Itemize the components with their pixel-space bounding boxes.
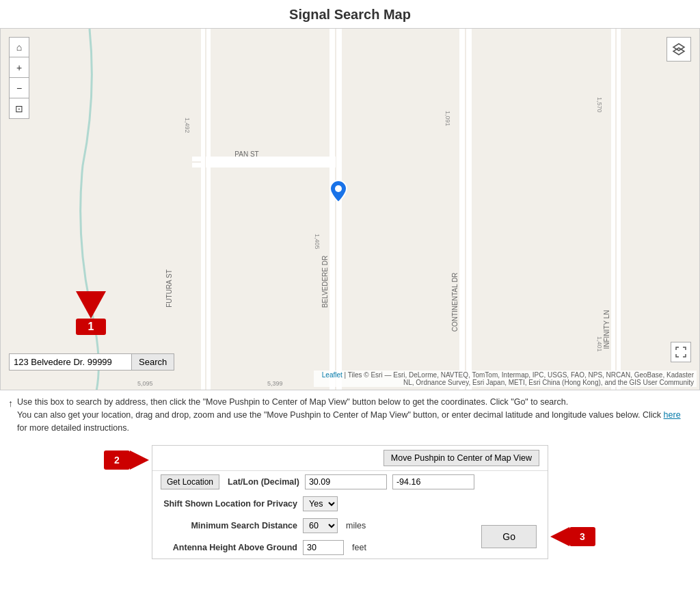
map-pin [329,179,348,204]
privacy-select[interactable]: Yes No [303,496,338,511]
longitude-input[interactable] [392,474,474,489]
svg-text:1,570: 1,570 [596,97,603,113]
svg-text:INFINITY LN: INFINITY LN [603,310,610,349]
arrow-indicator-3: 3 [550,527,595,546]
min-distance-go-row: Minimum Search Distance 30 60 90 120 mil… [152,515,548,559]
antenna-row: Antenna Height Above Ground feet [152,537,470,559]
info-section: ↑ Use this box to search by address, the… [0,390,700,438]
svg-marker-23 [673,48,684,55]
arrow-badge-1: 1 [76,319,106,335]
form-section: 2 Move Pushpin to Center of Map View Get… [0,438,700,573]
map-attribution: Leaflet | Tiles © Esri — Esri, DeLorme, … [314,371,697,387]
map-background: 1,091 1,570 1,401 1,492 1,405 PAN ST FUT… [1,29,699,390]
page-title: Signal Search Map [0,0,700,28]
latitude-input[interactable] [305,474,387,489]
arrow-indicator-1: 1 [76,291,106,335]
info-text-1: Use this box to search by address, then … [17,397,568,407]
antenna-unit: feet [352,543,366,552]
info-text-2: You can also get your location, drag and… [17,410,664,420]
info-text: Use this box to search by address, then … [17,396,692,434]
select-button[interactable]: ⊡ [9,98,29,119]
svg-text:BELVEDERE DR: BELVEDERE DR [321,256,329,308]
map-svg: 1,091 1,570 1,401 1,492 1,405 PAN ST FUT… [1,29,699,390]
instructions-link[interactable]: here [664,410,681,420]
leaflet-link[interactable]: Leaflet [322,371,342,379]
lat-lon-label: Lat/Lon (Decimal) [228,477,299,487]
fullscreen-icon [675,347,686,358]
svg-marker-22 [673,44,684,51]
go-section: Go 3 [470,520,548,554]
go-button[interactable]: Go [481,525,537,548]
antenna-input[interactable] [303,540,344,555]
min-distance-label: Minimum Search Distance [161,521,297,530]
fullscreen-button[interactable] [671,342,691,362]
svg-point-24 [335,185,342,192]
privacy-label: Shift Shown Location for Privacy [161,499,297,509]
info-text-3: for more detailed instructions. [17,423,129,433]
zoom-in-button[interactable]: + [9,57,29,78]
map-container: 1,091 1,570 1,401 1,492 1,405 PAN ST FUT… [0,28,700,390]
zoom-out-button[interactable]: − [9,78,29,98]
min-distance-select[interactable]: 30 60 90 120 [303,518,338,533]
arrow-badge-2: 2 [104,450,130,470]
form-box: Move Pushpin to Center of Map View Get L… [152,445,548,559]
antenna-label: Antenna Height Above Ground [161,543,297,552]
svg-text:1,091: 1,091 [444,111,451,126]
min-distance-section: Minimum Search Distance 30 60 90 120 mil… [152,515,470,559]
svg-text:PAN ST: PAN ST [234,150,258,158]
get-location-button[interactable]: Get Location [161,474,219,489]
info-arrow: ↑ [8,396,13,434]
svg-text:5,399: 5,399 [267,380,283,387]
layers-icon [672,42,686,56]
pushpin-button[interactable]: Move Pushpin to Center of Map View [383,450,539,466]
privacy-row: Shift Shown Location for Privacy Yes No [152,493,548,515]
svg-text:FUTURA ST: FUTURA ST [165,269,173,308]
map-search-bar: Search [9,353,174,371]
svg-text:5,095: 5,095 [137,380,153,387]
form-header: Move Pushpin to Center of Map View [152,446,548,471]
layers-button[interactable] [667,37,691,62]
svg-text:CONTINENTAL DR: CONTINENTAL DR [451,273,459,332]
arrow-badge-3: 3 [569,527,595,546]
arrow-down-red [76,291,106,319]
address-search-input[interactable] [9,353,132,371]
map-controls-left: ⌂ + − ⊡ [9,37,29,119]
arrow-right-red-2 [130,450,149,470]
svg-text:1,492: 1,492 [184,118,191,133]
svg-text:1,401: 1,401 [596,336,603,352]
svg-text:1,405: 1,405 [314,234,321,250]
arrow-indicator-2: 2 [104,450,149,470]
min-distance-row: Minimum Search Distance 30 60 90 120 mil… [152,515,470,537]
search-button[interactable]: Search [132,353,174,371]
min-distance-unit: miles [346,521,366,530]
home-button[interactable]: ⌂ [9,37,29,57]
lat-lon-row: Get Location Lat/Lon (Decimal) [152,471,548,493]
arrow-left-red-3 [550,527,569,546]
